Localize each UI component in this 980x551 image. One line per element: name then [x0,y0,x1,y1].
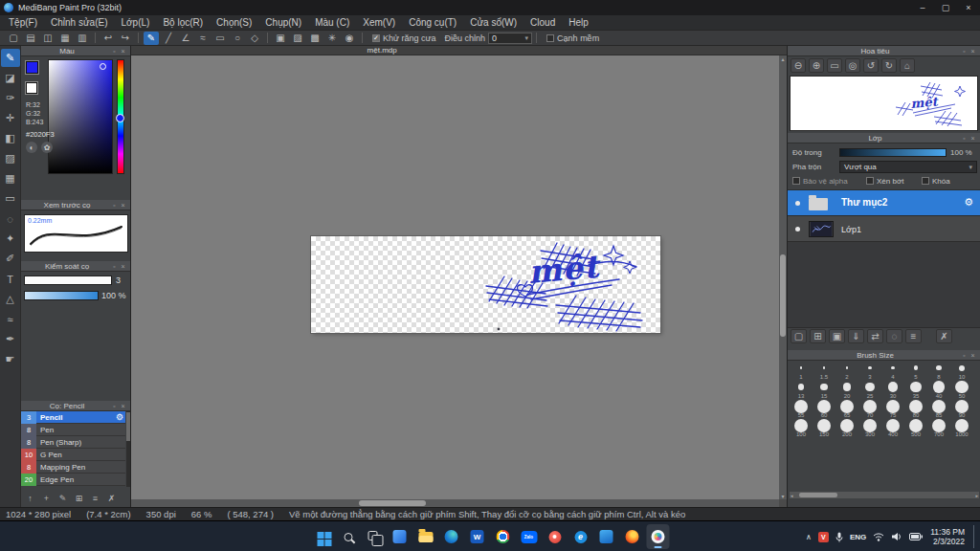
brush-size-80[interactable]: 80 [904,400,927,419]
brush-size-25[interactable]: 25 [858,381,881,400]
brush-menu-icon[interactable]: ≡ [88,492,102,504]
menu-item-0[interactable]: Tệp(F) [2,15,44,30]
brush-size-700[interactable]: 700 [927,419,950,438]
taskbar-search[interactable] [337,524,360,549]
select-pen-tool[interactable]: ✐ [1,250,20,268]
taskbar-file-explorer[interactable] [414,524,437,549]
snap-parallel-icon[interactable]: ▨ [290,32,305,45]
horizontal-scroll-thumb[interactable] [359,500,426,506]
close-button[interactable]: × [957,0,980,15]
freehand-icon[interactable]: ✎ [144,32,159,45]
taskbar-task-view[interactable] [363,524,386,549]
language-indicator[interactable]: ENG [850,533,866,541]
brush-item-0[interactable]: 3Pencil⚙ [21,411,125,424]
magic-wand-tool[interactable]: ✦ [1,230,20,248]
fit-screen-icon[interactable]: ▭ [827,58,842,73]
curve-tool[interactable]: ≈ [1,310,20,328]
soft-edge-option[interactable]: Cạnh mềm [546,33,599,43]
line-icon[interactable]: ╱ [161,32,176,45]
layer-row-folder[interactable]: Thư mục2 ⚙ [788,190,980,216]
taskbar-start[interactable] [311,524,334,549]
brush-size-100[interactable]: 100 [790,419,813,438]
brush-size-65[interactable]: 65 [835,400,858,419]
protect-alpha-checkbox[interactable] [792,177,800,185]
brush-size-150[interactable]: 150 [813,419,835,438]
panel-close-icon[interactable]: × [969,135,977,142]
antialias-option[interactable]: ✓ Khử răng cưa [372,33,436,43]
brush-size-75[interactable]: 75 [881,400,904,419]
add-folder-icon[interactable]: ⊞ [810,329,826,343]
zoom-in-icon[interactable]: ⊕ [809,58,824,73]
delete-brush-icon[interactable]: ✗ [104,492,119,504]
undo-icon[interactable]: ↩ [100,32,116,45]
menu-item-1[interactable]: Chỉnh sửa(E) [44,15,115,30]
layer-menu-icon[interactable]: ≡ [905,329,922,343]
reset-view-icon[interactable]: ⌂ [900,58,915,73]
brush-size-500[interactable]: 500 [904,419,927,438]
redo-icon[interactable]: ↪ [118,32,133,45]
brush-size-70[interactable]: 70 [858,400,881,419]
canvas[interactable]: mệt [311,236,660,333]
add-layer-icon[interactable]: ▢ [791,329,807,343]
brush-size-slider[interactable] [24,276,112,285]
rect-icon[interactable]: ▭ [212,32,228,45]
brush-item-3[interactable]: 10G Pen [21,449,125,461]
layer-opacity-slider[interactable] [839,148,947,157]
panel-popout-icon[interactable]: ▫ [110,403,119,409]
rotate-right-icon[interactable]: ↻ [881,58,897,73]
lock-checkbox[interactable] [922,177,929,185]
select-tool[interactable]: ▭ [1,189,20,208]
brush-size-85[interactable]: 85 [927,400,950,419]
transfer-icon[interactable]: ⇄ [867,329,883,343]
brush-folder-icon[interactable]: ⊞ [72,492,86,504]
taskbar-medibang[interactable] [647,524,670,549]
brush-item-2[interactable]: 8Pen (Sharp) [21,436,125,449]
brush-size-50[interactable]: 50 [950,381,973,400]
brush-size-5[interactable]: 5 [904,362,927,381]
taskbar-firefox[interactable] [621,524,644,549]
move-tool[interactable]: ✛ [1,109,20,127]
panel-popout-icon[interactable]: ▫ [960,135,969,142]
tray-app-icon[interactable]: V [818,532,829,542]
panel-horizontal-scrollbar[interactable]: ◂▸ [790,492,979,498]
navigator-preview[interactable]: mệt [790,76,978,131]
taskbar-clock[interactable]: 11:36 PM 2/3/2022 [930,527,965,546]
brush-size-2[interactable]: 2 [835,362,858,381]
menu-item-10[interactable]: Cloud [523,15,562,30]
maximize-button[interactable]: ▢ [934,0,957,15]
taskbar-chrome[interactable] [492,524,515,549]
scroll-thumb[interactable] [799,493,837,497]
battery-icon[interactable] [909,533,924,540]
hidden-icons-chevron[interactable]: ∧ [806,533,812,541]
ellipse-icon[interactable]: ○ [230,32,245,45]
pen-tool[interactable]: ✑ [1,89,20,107]
snap-off-icon[interactable]: ▣ [273,32,288,45]
panel-popout-icon[interactable]: ▫ [960,48,969,55]
panel-popout-icon[interactable]: ▫ [110,263,119,270]
grid-view-icon[interactable]: ▦ [57,32,73,45]
menu-item-9[interactable]: Cửa sổ(W) [463,15,523,30]
menu-item-7[interactable]: Xem(V) [356,15,402,30]
color-picker-marker[interactable] [100,63,106,70]
brush-item-5[interactable]: 20Edge Pen [21,474,125,486]
delete-layer-icon[interactable]: ✗ [936,329,952,343]
brush-size-55[interactable]: 55 [790,400,813,419]
panel-close-icon[interactable]: × [969,48,977,55]
edit-brush-icon[interactable]: ✎ [56,492,70,504]
wifi-icon[interactable] [873,532,884,541]
brush-size-1.5[interactable]: 1.5 [813,362,835,381]
zoom-out-icon[interactable]: ⊖ [791,58,806,73]
color-wheel-icon[interactable]: ◐ [26,142,37,153]
lasso-tool[interactable]: ◌ [1,209,20,228]
actual-pixels-icon[interactable]: ◎ [845,58,860,73]
polyline-icon[interactable]: ∠ [178,32,193,45]
clipping-checkbox[interactable] [866,177,874,185]
brush-size-90[interactable]: 90 [950,400,973,419]
brush-settings-icon[interactable]: ⚙ [116,412,123,422]
add-brush-icon[interactable]: + [39,492,54,504]
brush-size-3[interactable]: 3 [858,362,881,381]
panel-close-icon[interactable]: × [969,352,977,359]
brush-opacity-slider[interactable] [24,291,99,300]
visibility-icon[interactable] [795,227,800,231]
panel-popout-icon[interactable]: ▫ [110,202,119,209]
